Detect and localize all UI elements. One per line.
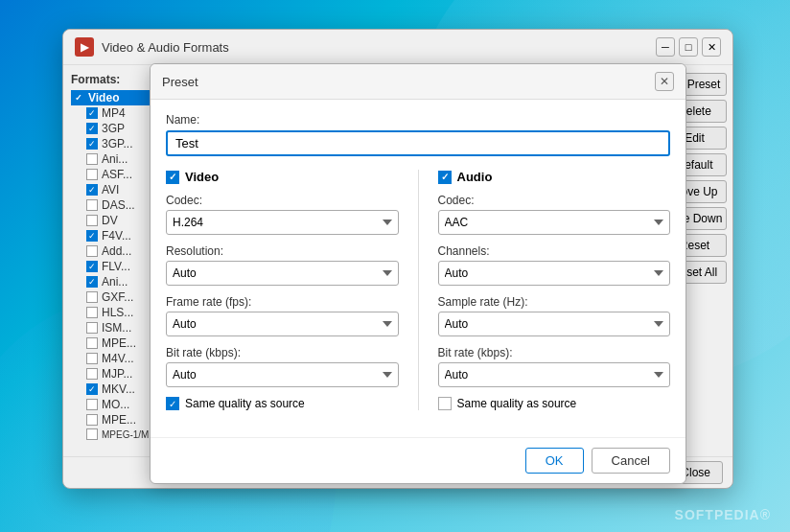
checkbox[interactable]: ✓ <box>86 123 98 134</box>
audio-header: ✓ Audio <box>438 170 671 184</box>
checkbox[interactable] <box>86 353 98 364</box>
video-section-label: Video <box>185 170 219 184</box>
outer-window: ▶ Video & Audio Formats ─ □ ✕ Formats: ✓… <box>62 29 733 489</box>
column-divider <box>418 170 419 410</box>
checkbox[interactable] <box>86 245 98 257</box>
video-resolution-label: Resolution: <box>166 244 399 258</box>
dialog-footer: OK Cancel <box>151 437 685 483</box>
watermark-suffix: ® <box>760 507 771 522</box>
audio-channels-group: Channels: Auto 1 2 6 <box>438 244 671 286</box>
checkbox[interactable] <box>86 199 98 211</box>
app-icon: ▶ <box>75 37 94 57</box>
audio-bitrate-label: Bit rate (kbps): <box>438 346 671 359</box>
video-framerate-group: Frame rate (fps): Auto 24 30 60 <box>166 295 399 336</box>
cancel-button[interactable]: Cancel <box>592 448 670 474</box>
checkbox[interactable]: ✓ <box>86 138 98 150</box>
checkbox[interactable]: ✓ <box>86 107 98 119</box>
checkbox[interactable]: ✓ <box>86 184 98 196</box>
outer-titlebar: ▶ Video & Audio Formats ─ □ ✕ <box>63 30 732 65</box>
checkbox[interactable] <box>86 153 98 165</box>
preset-close-button[interactable]: ✕ <box>655 72 674 91</box>
video-resolution-select[interactable]: Auto 1920x1080 1280x720 <box>166 261 399 286</box>
checkbox[interactable] <box>86 399 98 410</box>
checkbox[interactable] <box>86 169 98 180</box>
checkbox[interactable] <box>86 337 98 349</box>
audio-same-quality-row: Same quality as source <box>438 397 671 410</box>
video-bitrate-label: Bit rate (kbps): <box>166 346 399 359</box>
video-resolution-group: Resolution: Auto 1920x1080 1280x720 <box>166 244 399 286</box>
name-input[interactable] <box>166 130 670 156</box>
checkbox[interactable] <box>86 428 98 440</box>
audio-same-quality-checkbox[interactable] <box>438 397 452 410</box>
audio-samplerate-group: Sample rate (Hz): Auto 44100 48000 96000 <box>438 295 671 336</box>
video-codec-label: Codec: <box>166 194 399 207</box>
audio-channels-label: Channels: <box>438 244 671 258</box>
audio-enable-checkbox[interactable]: ✓ <box>438 171 452 184</box>
audio-column: ✓ Audio Codec: AAC MP3 AC3 FLAC Chan <box>438 170 671 410</box>
audio-codec-select[interactable]: AAC MP3 AC3 FLAC <box>438 210 671 235</box>
maximize-button[interactable]: □ <box>679 37 698 57</box>
video-same-quality-label: Same quality as source <box>185 397 305 410</box>
checkbox[interactable]: ✓ <box>86 230 98 242</box>
video-checkbox[interactable]: ✓ <box>73 92 84 104</box>
minimize-button[interactable]: ─ <box>656 37 675 57</box>
audio-same-quality-label: Same quality as source <box>457 397 577 410</box>
audio-section-label: Audio <box>457 170 493 184</box>
checkbox[interactable] <box>86 322 98 334</box>
audio-bitrate-group: Bit rate (kbps): Auto 128 192 256 <box>438 346 671 387</box>
checkbox[interactable] <box>86 307 98 318</box>
format-video-label: Video <box>88 91 119 104</box>
preset-dialog-title: Preset <box>162 75 655 89</box>
audio-codec-label: Codec: <box>438 194 671 207</box>
video-header: ✓ Video <box>166 170 399 184</box>
video-framerate-select[interactable]: Auto 24 30 60 <box>166 312 399 336</box>
video-column: ✓ Video Codec: H.264 H.265 MPEG-4 Resolu… <box>166 170 399 410</box>
outer-window-title: Video & Audio Formats <box>102 40 648 55</box>
preset-titlebar: Preset ✕ <box>151 64 685 100</box>
columns: ✓ Video Codec: H.264 H.265 MPEG-4 Resolu… <box>166 170 670 410</box>
watermark-text: SOFTPEDIA <box>675 507 760 522</box>
video-enable-checkbox[interactable]: ✓ <box>166 171 179 184</box>
checkbox[interactable] <box>86 414 98 426</box>
outer-close-button[interactable]: ✕ <box>702 37 721 57</box>
checkbox[interactable] <box>86 368 98 380</box>
video-codec-select[interactable]: H.264 H.265 MPEG-4 <box>166 210 399 235</box>
video-same-quality-checkbox[interactable]: ✓ <box>166 397 179 410</box>
audio-bitrate-select[interactable]: Auto 128 192 256 <box>438 362 671 387</box>
video-bitrate-select[interactable]: Auto 1000 2000 4000 <box>166 362 399 387</box>
video-codec-group: Codec: H.264 H.265 MPEG-4 <box>166 194 399 235</box>
checkbox[interactable] <box>86 215 98 226</box>
watermark: SOFTPEDIA® <box>675 507 771 522</box>
preset-dialog: Preset ✕ Name: ✓ Video Codec: <box>150 63 686 484</box>
video-framerate-label: Frame rate (fps): <box>166 295 399 309</box>
ok-button[interactable]: OK <box>525 448 584 474</box>
checkbox[interactable]: ✓ <box>86 383 98 395</box>
audio-channels-select[interactable]: Auto 1 2 6 <box>438 261 671 286</box>
video-bitrate-group: Bit rate (kbps): Auto 1000 2000 4000 <box>166 346 399 387</box>
preset-body: Name: ✓ Video Codec: H.264 H.265 MP <box>151 100 685 437</box>
checkbox[interactable] <box>86 291 98 303</box>
audio-samplerate-select[interactable]: Auto 44100 48000 96000 <box>438 312 671 336</box>
checkbox[interactable]: ✓ <box>86 261 98 272</box>
checkbox[interactable]: ✓ <box>86 276 98 288</box>
name-label: Name: <box>166 113 670 127</box>
audio-samplerate-label: Sample rate (Hz): <box>438 295 671 309</box>
video-same-quality-row: ✓ Same quality as source <box>166 397 399 410</box>
audio-codec-group: Codec: AAC MP3 AC3 FLAC <box>438 194 671 235</box>
